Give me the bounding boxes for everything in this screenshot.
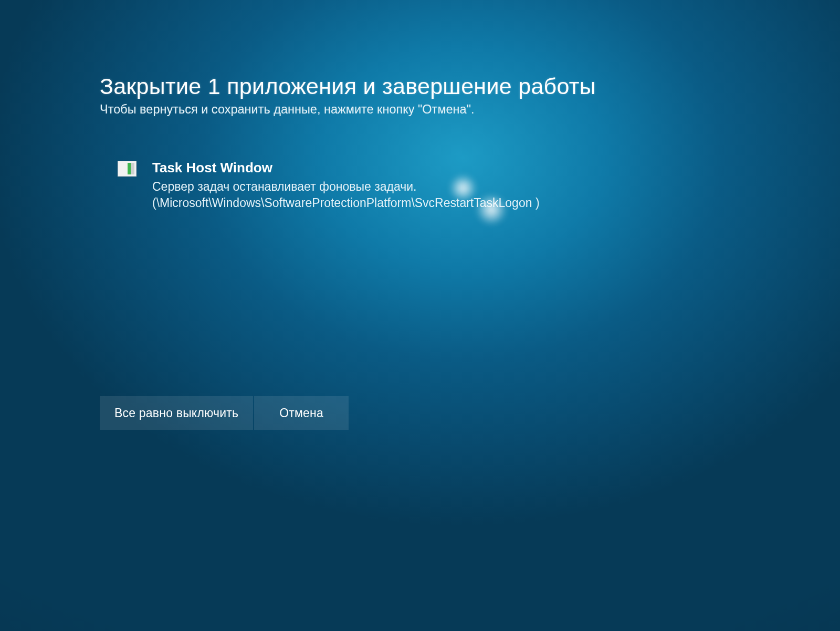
- shutdown-anyway-button[interactable]: Все равно выключить: [100, 396, 253, 430]
- page-title: Закрытие 1 приложения и завершение работ…: [100, 74, 677, 99]
- blocking-app-text: Task Host Window Сервер задач останавлив…: [152, 160, 614, 212]
- blocking-app-detail: Сервер задач останавливает фоновые задач…: [152, 179, 614, 212]
- cancel-button[interactable]: Отмена: [254, 396, 349, 430]
- blocking-app-name: Task Host Window: [152, 160, 614, 176]
- shutdown-dialog: Закрытие 1 приложения и завершение работ…: [100, 74, 677, 212]
- blocking-app-row: Task Host Window Сервер задач останавлив…: [100, 160, 677, 212]
- action-button-row: Все равно выключить Отмена: [100, 396, 349, 430]
- page-subtitle: Чтобы вернуться и сохранить данные, нажм…: [100, 102, 677, 117]
- generic-app-icon: [118, 161, 136, 177]
